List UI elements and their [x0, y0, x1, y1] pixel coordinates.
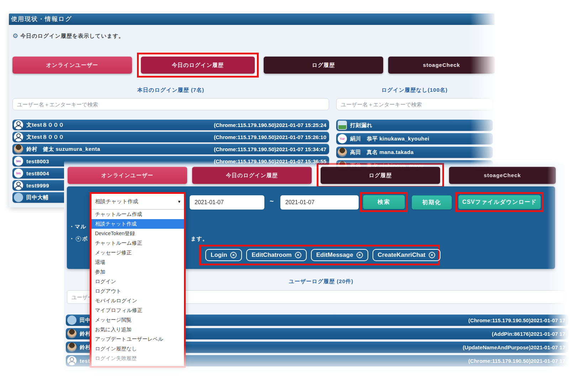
user-name: 田中 [80, 317, 91, 324]
user-name: 鈴村 [80, 344, 91, 351]
list-item[interactable]: 鈴村 健太 suzumura_kenta (Chrome:115.179.190… [12, 144, 329, 154]
list-item[interactable]: 文test８０００ (Chrome:115.179.190.50)2021-01… [12, 132, 329, 142]
chip-label: CreateKanriChat [378, 251, 426, 259]
user-name: test9999 [26, 182, 49, 189]
today-login-search-input[interactable] [12, 98, 329, 110]
annotation-box-csv: CSVファイルダウンロード [455, 192, 544, 212]
tab-online-users[interactable]: オンラインユーザー [68, 167, 187, 184]
user-avatar: tes [14, 169, 23, 178]
user-avatar [14, 120, 23, 129]
tab-today-login[interactable]: 今日のログイン履歴 [141, 57, 255, 74]
filter-chip[interactable]: EditMessage × [311, 249, 368, 261]
list-item[interactable]: 打刻漏れ [336, 120, 493, 131]
action-select-value: 相談チャット作成 [95, 198, 138, 205]
user-avatar [14, 144, 23, 154]
note-line-1: ・マル [69, 223, 86, 230]
user-avatar [67, 316, 76, 325]
date-range-separator: ~ [270, 197, 274, 205]
list-item[interactable]: Yar 絹川 恭平 kinukawa_kyouhei [336, 133, 493, 144]
no-login-search-input[interactable] [336, 98, 493, 110]
dropdown-option[interactable]: アップデートユーザーレベル [91, 334, 184, 344]
avatar-text: tes [16, 171, 21, 175]
dropdown-option[interactable]: DeviceToken登録 [91, 229, 184, 238]
tab-storage-check[interactable]: stoageCheck [449, 167, 556, 184]
annotation-box-action-select: 相談チャット作成 ▾ チャットルーム作成 相談チャット作成 DeviceToke… [90, 192, 186, 368]
dropdown-option[interactable]: 相談チャット作成 [91, 219, 184, 229]
gear-icon: ⚙ [12, 32, 19, 40]
no-login-heading: ログイン履歴なし(100名) [336, 87, 493, 94]
user-name: 鈴村 [80, 330, 91, 337]
list-item[interactable]: 高田 真名 mana.takada [336, 147, 493, 158]
note-line-2: ・ × ボ [69, 235, 88, 242]
annotation-box-today-tab: 今日のログイン履歴 [137, 53, 259, 78]
user-name: 文test８０００ [26, 122, 64, 128]
annotation-box-search: 検索 [360, 192, 408, 212]
list-item[interactable]: 文test８０００ (Chrome:115.179.190.50)2021-01… [12, 120, 329, 130]
remove-icon[interactable]: × [295, 252, 301, 258]
user-name: 打刻漏れ [350, 122, 372, 129]
dropdown-option[interactable]: ログアウト [91, 286, 184, 296]
chevron-down-icon: ▾ [178, 199, 180, 204]
status-text: 今日のログイン履歴を表示しています。 [20, 33, 124, 39]
reset-button[interactable]: 初期化 [412, 195, 452, 210]
csv-download-button[interactable]: CSVファイルダウンロード [458, 195, 541, 209]
remove-icon[interactable]: × [230, 252, 237, 258]
user-avatar: tes [14, 157, 23, 166]
dropdown-option[interactable]: チャットルーム作成 [91, 210, 184, 219]
user-avatar [67, 356, 76, 365]
log-meta: (Chrome:115.179.190.50)2021-01-07 17 [468, 317, 565, 323]
user-avatar [14, 132, 23, 142]
log-meta: (UpdateNameAndPurpose)2021-01-07 17 [463, 344, 565, 350]
today-login-heading: 本日のログイン履歴 (7名) [12, 87, 329, 94]
tab-storage-check[interactable]: stoageCheck [388, 57, 495, 74]
user-name: test8004 [26, 170, 49, 176]
action-dropdown-list: チャットルーム作成 相談チャット作成 DeviceToken登録 チャットルーム… [91, 210, 184, 366]
user-avatar [338, 148, 347, 157]
tab-log-history[interactable]: ログ履歴 [264, 57, 383, 74]
tab-log-history[interactable]: ログ履歴 [321, 167, 440, 184]
search-button[interactable]: 検索 [363, 195, 405, 209]
dropdown-option[interactable]: マイプロフィル修正 [91, 306, 184, 315]
dropdown-option[interactable]: お気に入り追加 [91, 325, 184, 334]
log-meta: (AddPin:86176)2021-01-07 17 [492, 331, 565, 337]
tab-today-login[interactable]: 今日のログイン履歴 [192, 167, 312, 184]
filter-chip[interactable]: EditChatroom × [246, 249, 306, 261]
window-title: 使用現状・情報ログ [9, 14, 495, 25]
avatar-text: Yar [340, 137, 345, 141]
user-name: 絹川 恭平 kinukawa_kyouhei [350, 136, 429, 142]
remove-icon[interactable]: × [357, 252, 363, 258]
log-meta: (Chrome:115.179.190.50)2021-01-07 17 [468, 358, 565, 364]
chip-label: EditChatroom [252, 251, 291, 259]
user-avatar [67, 343, 76, 352]
user-avatar [14, 181, 23, 190]
dropdown-option[interactable]: ログイン [91, 277, 184, 286]
dropdown-option[interactable]: 参加 [91, 267, 184, 277]
dropdown-option[interactable]: チャットルーム修正 [91, 238, 184, 248]
remove-icon[interactable]: × [429, 252, 435, 258]
tab-online-users[interactable]: オンラインユーザー [12, 57, 132, 74]
date-from-input[interactable] [190, 195, 264, 210]
log-history-window: オンラインユーザー 今日のログイン履歴 ログ履歴 stoageCheck ~ 検… [64, 161, 570, 378]
date-to-input[interactable] [280, 195, 359, 210]
filter-chip[interactable]: Login × [205, 249, 242, 261]
dropdown-option[interactable]: ログイン失敗履歴 [91, 354, 184, 363]
user-name: test8003 [26, 158, 49, 164]
annotation-box-log-tab: ログ履歴 [317, 163, 444, 188]
filter-chip[interactable]: CreateKanriChat × [373, 249, 440, 261]
dropdown-option[interactable]: モバイルログイン [91, 296, 184, 306]
dropdown-option[interactable]: 退場 [91, 258, 184, 267]
tab-bar: オンラインユーザー 今日のログイン履歴 ログ履歴 stoageCheck [68, 164, 556, 187]
user-name: 田中大輔 [26, 194, 48, 201]
dropdown-option[interactable]: メッセージ閲覧 [91, 315, 184, 325]
dropdown-option[interactable]: ログイン履歴なし [91, 344, 184, 354]
dropdown-option[interactable]: メッセージ修正 [91, 248, 184, 258]
note-bullet: ・ [69, 235, 75, 242]
tab-bar: オンラインユーザー 今日のログイン履歴 ログ履歴 stoageCheck [12, 53, 495, 77]
circle-x-icon: × [76, 236, 81, 242]
chip-label: EditMessage [316, 251, 353, 259]
user-name: 高田 真名 mana.takada [350, 149, 414, 156]
user-avatar [67, 329, 76, 338]
note-fragment: ボ [82, 235, 88, 242]
user-avatar [338, 121, 347, 130]
action-select[interactable]: 相談チャット作成 ▾ [91, 194, 184, 210]
